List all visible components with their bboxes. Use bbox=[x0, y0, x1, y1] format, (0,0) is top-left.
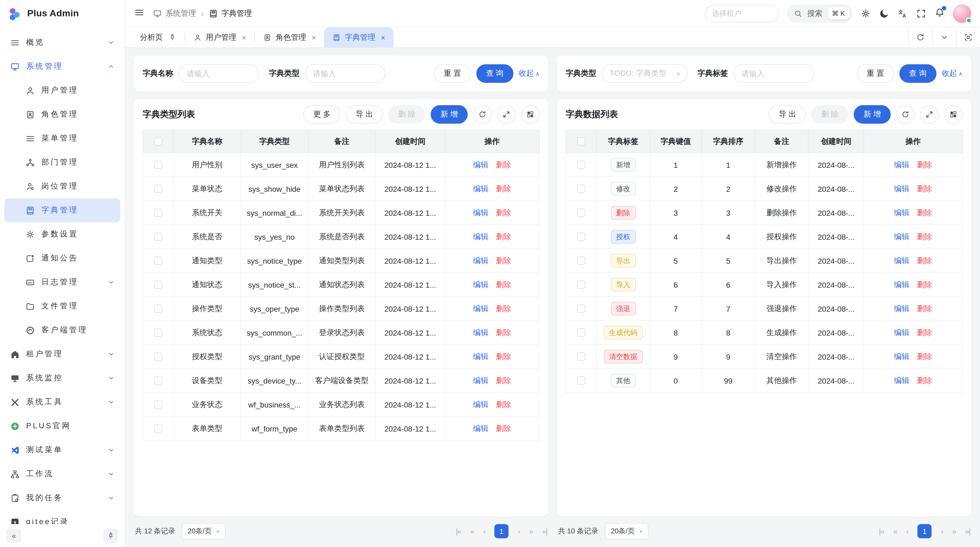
delete-link[interactable]: 删除 bbox=[496, 232, 511, 242]
refresh-button[interactable] bbox=[473, 105, 492, 124]
search-select[interactable]: TODO: 字典类型∨ bbox=[601, 64, 687, 83]
edit-link[interactable]: 编辑 bbox=[894, 208, 909, 218]
row-checkbox[interactable] bbox=[577, 185, 585, 193]
edit-link[interactable]: 编辑 bbox=[473, 304, 488, 314]
notifications-button[interactable] bbox=[934, 7, 945, 20]
user-avatar[interactable] bbox=[953, 4, 971, 22]
tab[interactable]: 角色管理× bbox=[255, 27, 324, 48]
sidebar-item[interactable]: 岗位管理 bbox=[4, 174, 120, 198]
add-button[interactable]: 新 增 bbox=[854, 105, 891, 124]
edit-link[interactable]: 编辑 bbox=[894, 256, 909, 266]
page-size-select[interactable]: 20条/页▾ bbox=[605, 523, 648, 539]
row-checkbox[interactable] bbox=[154, 400, 162, 408]
global-search-button[interactable]: 搜索 ⌘ K bbox=[786, 4, 853, 22]
next-page-button[interactable]: › bbox=[941, 527, 943, 536]
page-size-select[interactable]: 20条/页▾ bbox=[181, 523, 225, 539]
delete-link[interactable]: 删除 bbox=[917, 280, 932, 290]
delete-link[interactable]: 删除 bbox=[496, 424, 511, 434]
row-checkbox[interactable] bbox=[154, 185, 162, 193]
sidebar-item[interactable]: 租户管理 bbox=[4, 342, 120, 366]
sidebar-item[interactable]: 参数设置 bbox=[4, 222, 120, 246]
sidebar-item[interactable]: 字典管理 bbox=[4, 198, 120, 222]
row-checkbox[interactable] bbox=[577, 305, 585, 313]
columns-button[interactable] bbox=[521, 105, 539, 124]
sidebar-item[interactable]: 角色管理 bbox=[4, 102, 120, 126]
sidebar-item[interactable]: 系统监控 bbox=[4, 366, 120, 390]
delete-link[interactable]: 删除 bbox=[917, 328, 932, 338]
close-icon[interactable]: × bbox=[381, 33, 385, 41]
sidebar-item[interactable]: 通知公告 bbox=[4, 246, 120, 270]
edit-link[interactable]: 编辑 bbox=[894, 280, 909, 290]
tenant-select-input[interactable] bbox=[705, 5, 779, 22]
edit-link[interactable]: 编辑 bbox=[473, 184, 488, 194]
edit-link[interactable]: 编辑 bbox=[894, 160, 909, 170]
export-button[interactable]: 导 出 bbox=[769, 105, 806, 124]
delete-link[interactable]: 删除 bbox=[917, 256, 932, 266]
current-page[interactable]: 1 bbox=[917, 524, 932, 538]
row-checkbox[interactable] bbox=[577, 281, 585, 289]
edit-link[interactable]: 编辑 bbox=[894, 376, 909, 386]
add-button[interactable]: 新 增 bbox=[431, 105, 468, 124]
delete-link[interactable]: 删除 bbox=[496, 400, 511, 410]
row-checkbox[interactable] bbox=[577, 352, 585, 361]
collapse-search-link[interactable]: 收起∧ bbox=[942, 69, 963, 78]
row-checkbox[interactable] bbox=[154, 233, 162, 241]
settings-gear-icon[interactable] bbox=[860, 8, 871, 19]
delete-link[interactable]: 删除 bbox=[917, 184, 932, 194]
edit-link[interactable]: 编辑 bbox=[894, 184, 909, 194]
sidebar-item[interactable]: ¥gitee记录 bbox=[4, 510, 120, 524]
sidebar-item[interactable]: 菜单管理 bbox=[4, 126, 120, 150]
row-checkbox[interactable] bbox=[154, 305, 162, 313]
sidebar-pin-button[interactable] bbox=[103, 528, 118, 543]
next-group-button[interactable]: » bbox=[952, 527, 956, 536]
sidebar-item[interactable]: 概览 bbox=[4, 30, 120, 54]
collapse-search-link[interactable]: 收起∧ bbox=[519, 69, 539, 78]
row-checkbox[interactable] bbox=[154, 281, 162, 289]
edit-link[interactable]: 编辑 bbox=[894, 328, 909, 338]
row-checkbox[interactable] bbox=[577, 376, 585, 384]
content-fullscreen-button[interactable] bbox=[956, 27, 980, 48]
prev-page-button[interactable]: ‹ bbox=[906, 527, 908, 536]
edit-link[interactable]: 编辑 bbox=[473, 280, 488, 290]
edit-link[interactable]: 编辑 bbox=[894, 304, 909, 314]
edit-link[interactable]: 编辑 bbox=[894, 352, 909, 362]
delete-link[interactable]: 删除 bbox=[917, 160, 932, 170]
query-button[interactable]: 查 询 bbox=[476, 64, 514, 83]
sidebar-item[interactable]: DEV日志管理 bbox=[4, 270, 120, 294]
edit-link[interactable]: 编辑 bbox=[473, 424, 488, 434]
search-input[interactable] bbox=[178, 64, 259, 83]
edit-link[interactable]: 编辑 bbox=[473, 352, 488, 362]
tab-menu-button[interactable] bbox=[932, 27, 956, 48]
close-icon[interactable]: × bbox=[312, 33, 316, 41]
sidebar-item[interactable]: 测试菜单 bbox=[4, 438, 120, 462]
delete-link[interactable]: 删除 bbox=[917, 232, 932, 242]
reset-button[interactable]: 重 置 bbox=[434, 64, 471, 83]
row-checkbox[interactable] bbox=[154, 329, 162, 337]
delete-link[interactable]: 删除 bbox=[496, 376, 511, 386]
edit-link[interactable]: 编辑 bbox=[473, 232, 488, 242]
search-input[interactable] bbox=[305, 64, 385, 83]
tab[interactable]: 分析页 bbox=[132, 27, 185, 48]
edit-link[interactable]: 编辑 bbox=[473, 328, 488, 338]
delete-link[interactable]: 删除 bbox=[917, 304, 932, 314]
edit-link[interactable]: 编辑 bbox=[473, 400, 488, 410]
sidebar-item[interactable]: 工作流 bbox=[4, 462, 120, 486]
delete-link[interactable]: 删除 bbox=[496, 256, 511, 266]
first-page-button[interactable]: |« bbox=[456, 527, 461, 536]
dark-mode-moon-icon[interactable] bbox=[879, 8, 889, 19]
tab[interactable]: 字典管理× bbox=[324, 27, 393, 48]
fullscreen-icon[interactable] bbox=[916, 8, 927, 19]
delete-link[interactable]: 删除 bbox=[496, 184, 511, 194]
breadcrumb-item-current[interactable]: 字典管理 bbox=[208, 8, 252, 18]
expand-button[interactable] bbox=[497, 105, 515, 124]
sidebar-item[interactable]: 系统工具 bbox=[4, 390, 120, 414]
sidebar-item[interactable]: PLUS官网 bbox=[4, 414, 120, 438]
delete-link[interactable]: 删除 bbox=[917, 352, 932, 362]
edit-link[interactable]: 编辑 bbox=[894, 232, 909, 242]
row-checkbox[interactable] bbox=[154, 352, 162, 361]
delete-link[interactable]: 删除 bbox=[496, 208, 511, 218]
language-translate-icon[interactable]: 文A bbox=[897, 8, 908, 19]
sidebar-item[interactable]: 系统管理 bbox=[4, 54, 120, 78]
delete-link[interactable]: 删除 bbox=[496, 160, 511, 170]
sidebar-item[interactable]: 用户管理 bbox=[4, 78, 120, 102]
